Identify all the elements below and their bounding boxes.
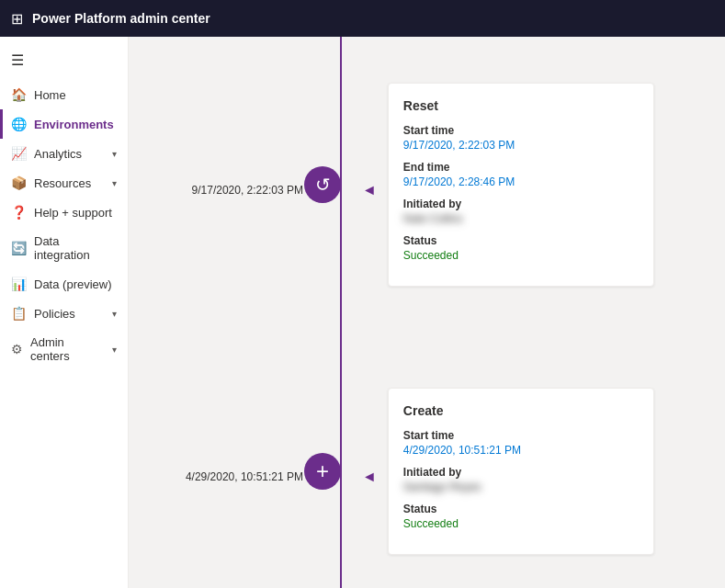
event-card-field-status: Status Succeeded [403, 234, 639, 262]
sidebar-item-admin-centers[interactable]: ⚙ Admin centers ▾ [0, 328, 128, 370]
reset-icon: ↺ [304, 166, 341, 203]
event-card-field-initiated-by: Initiated by Nate Collins [403, 198, 639, 225]
topbar: ⊞ Power Platform admin center [0, 0, 725, 37]
hamburger-button[interactable]: ☰ [0, 44, 128, 80]
timeline-container: 9/17/2020, 2:22:03 PM ↺ ◄ Reset Start ti… [129, 37, 725, 588]
sidebar-item-data-integration[interactable]: 🔄 Data integration [0, 227, 128, 269]
chevron-down-icon: ▾ [112, 309, 117, 319]
event-timestamp: 9/17/2020, 2:22:03 PM [129, 173, 322, 197]
sidebar-item-label: Home [34, 88, 66, 102]
admin-icon: ⚙ [11, 342, 23, 356]
event-card-field-start-time: Start time 9/17/2020, 2:22:03 PM [403, 124, 639, 152]
timeline-event-reset: 9/17/2020, 2:22:03 PM ↺ ◄ Reset Start ti… [129, 55, 725, 287]
event-card-field-status: Status Succeeded [403, 503, 639, 530]
sidebar-item-policies[interactable]: 📋 Policies ▾ [0, 299, 128, 328]
timeline-event-create: 4/29/2020, 10:51:21 PM + ◄ Create Start … [129, 388, 725, 555]
arrow-icon: ◄ [358, 458, 377, 485]
sidebar-item-label: Data integration [34, 234, 117, 262]
event-card-title: Create [403, 403, 639, 418]
app-title: Power Platform admin center [32, 11, 210, 26]
sidebar-item-help-support[interactable]: ❓ Help + support [0, 198, 128, 227]
content-area: 9/17/2020, 2:22:03 PM ↺ ◄ Reset Start ti… [129, 37, 725, 588]
sidebar-item-label: Policies [34, 307, 75, 321]
event-card-create: Create Start time 4/29/2020, 10:51:21 PM… [388, 388, 654, 555]
sidebar-item-home[interactable]: 🏠 Home [0, 80, 128, 109]
chevron-down-icon: ▾ [112, 149, 117, 159]
sidebar-item-label: Data (preview) [34, 277, 112, 291]
resources-icon: 📦 [11, 175, 27, 190]
sidebar-item-label: Resources [34, 176, 91, 190]
sidebar-item-label: Admin centers [30, 335, 105, 363]
sidebar: ☰ 🏠 Home 🌐 Environments 📈 Analytics ▾ 📦 … [0, 37, 129, 588]
chevron-down-icon: ▾ [112, 345, 117, 355]
grid-icon: ⊞ [11, 10, 23, 28]
data-integration-icon: 🔄 [11, 241, 27, 255]
timeline-spacer-2 [129, 555, 725, 588]
sidebar-item-label: Analytics [34, 147, 82, 161]
data-preview-icon: 📊 [11, 277, 27, 291]
timeline-spacer [129, 287, 725, 388]
sidebar-item-label: Help + support [34, 206, 112, 220]
sidebar-item-environments[interactable]: 🌐 Environments [0, 109, 128, 139]
sidebar-item-data-preview[interactable]: 📊 Data (preview) [0, 269, 128, 299]
analytics-icon: 📈 [11, 146, 27, 161]
event-icon-wrap: + [322, 453, 358, 490]
event-card-field-end-time: End time 9/17/2020, 2:28:46 PM [403, 161, 639, 188]
environments-icon: 🌐 [11, 117, 27, 131]
sidebar-item-analytics[interactable]: 📈 Analytics ▾ [0, 139, 128, 168]
event-icon-wrap: ↺ [322, 166, 358, 203]
policies-icon: 📋 [11, 306, 27, 321]
create-icon: + [304, 453, 341, 490]
event-timestamp: 4/29/2020, 10:51:21 PM [129, 459, 322, 483]
main-layout: ☰ 🏠 Home 🌐 Environments 📈 Analytics ▾ 📦 … [0, 37, 725, 588]
event-card-field-start-time: Start time 4/29/2020, 10:51:21 PM [403, 429, 639, 457]
chevron-down-icon: ▾ [112, 178, 117, 188]
event-card-reset: Reset Start time 9/17/2020, 2:22:03 PM E… [388, 83, 654, 287]
sidebar-item-label: Environments [34, 118, 114, 131]
arrow-icon: ◄ [358, 171, 377, 198]
sidebar-item-resources[interactable]: 📦 Resources ▾ [0, 168, 128, 198]
help-icon: ❓ [11, 205, 27, 220]
event-card-field-initiated-by: Initiated by Santiago Reyes [403, 466, 639, 493]
home-icon: 🏠 [11, 87, 27, 102]
event-card-title: Reset [403, 98, 639, 113]
